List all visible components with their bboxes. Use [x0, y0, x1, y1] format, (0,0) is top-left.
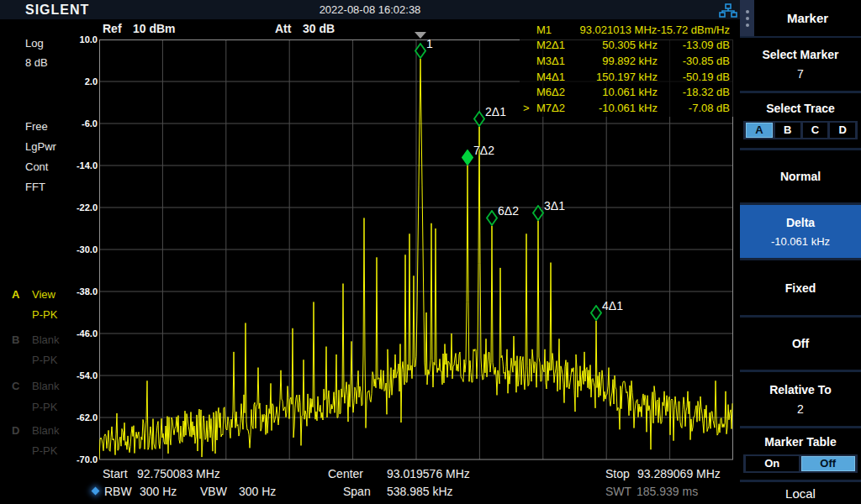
trace-c-state: Blank — [32, 380, 60, 392]
active-row-chevron: > — [520, 101, 536, 117]
y-tick: -14.0 — [59, 160, 98, 171]
y-tick: -70.0 — [59, 454, 98, 465]
marker-name: M2Δ1 — [536, 38, 580, 54]
rbw-label: RBW — [104, 485, 132, 498]
start-freq-label: Start — [103, 467, 128, 480]
marker-diamond-2Δ1[interactable] — [473, 111, 485, 130]
ref-label: Ref — [103, 22, 122, 35]
marker-table-toggle: On Off — [743, 454, 858, 473]
trace-a-detector: P-PK — [32, 308, 57, 321]
trace-c-detector: P-PK — [32, 401, 57, 413]
trigger-label: Free — [25, 120, 48, 133]
trace-tab-c[interactable]: C — [803, 123, 828, 138]
marker-name: M6Δ2 — [536, 85, 580, 101]
marker-name: M4Δ1 — [536, 70, 580, 86]
menu-grip-icon[interactable] — [740, 0, 754, 36]
marker-diamond-4Δ1[interactable] — [590, 305, 602, 324]
marker-label-2Δ1: 2Δ1 — [485, 105, 506, 118]
scale-type-label: Log — [25, 37, 44, 50]
swt-label: SWT — [605, 485, 631, 498]
att-value: 30 dB — [303, 22, 335, 35]
trace-d-letter: D — [12, 424, 19, 437]
att-label: Att — [275, 22, 291, 35]
marker-name: M3Δ1 — [536, 54, 580, 70]
y-tick: -22.0 — [59, 202, 98, 213]
y-tick: -54.0 — [59, 370, 98, 381]
scale-div-label: 8 dB — [25, 56, 48, 69]
marker-freq: 93.021013 MHz — [580, 22, 658, 38]
marker-amp: -50.19 dB — [658, 70, 733, 86]
marker-label-3Δ1: 3Δ1 — [544, 199, 565, 213]
marker-amp: -30.85 dB — [658, 54, 733, 70]
trace-b-detector: P-PK — [32, 354, 57, 366]
marker-row: M1 93.021013 MHz -15.72 dBm/Hz — [520, 22, 733, 38]
rbw-value: 300 Hz — [140, 485, 177, 498]
relative-to-button[interactable]: Relative To 2 — [740, 372, 861, 426]
lan-network-icon — [719, 3, 737, 18]
marker-freq: 10.061 kHz — [580, 85, 658, 101]
marker-amp: -13.09 dB — [658, 38, 733, 54]
y-tick: -30.0 — [59, 244, 98, 255]
power-mode-label: LgPwr — [25, 140, 56, 153]
start-freq-value: 92.750083 MHz — [137, 467, 220, 480]
ref-value: 10 dBm — [133, 22, 176, 35]
y-tick: -46.0 — [59, 328, 98, 339]
trace-b-state: Blank — [32, 333, 60, 346]
marker-freq: 50.305 kHz — [580, 38, 658, 54]
sweep-mode-label: Cont — [25, 160, 48, 173]
stop-freq-label: Stop — [605, 467, 630, 480]
select-marker-button[interactable]: Select Marker 7 — [740, 38, 861, 91]
marker-freq: -10.061 kHz — [580, 101, 658, 117]
trace-a-state: View — [32, 288, 55, 301]
marker-name: M7Δ2 — [536, 101, 580, 117]
y-tick: 10.0 — [59, 34, 98, 45]
top-bar: SIGLENT 2022-08-08 16:02:38 — [0, 0, 740, 19]
marker-row-active: > M7Δ2 -10.061 kHz -7.08 dB — [520, 101, 733, 117]
marker-label-1: 1 — [426, 37, 433, 50]
y-tick: 2.0 — [59, 76, 98, 87]
marker-table-button[interactable]: Marker Table On Off — [740, 428, 861, 480]
trace-select-tabs: A B C D — [743, 121, 858, 139]
marker-diamond-7Δ2[interactable] — [462, 150, 473, 169]
marker-amp: -15.72 dBm/Hz — [657, 22, 733, 38]
marker-amp: -18.32 dB — [658, 85, 733, 101]
analyzer-screen: SIGLENT 2022-08-08 16:02:38 Log 8 dB Fre… — [0, 0, 861, 504]
center-freq-value: 93.019576 MHz — [387, 467, 470, 480]
marker-label-6Δ2: 6Δ2 — [498, 204, 519, 218]
menu-title: Marker — [754, 0, 861, 36]
trace-a-letter: A — [12, 288, 19, 301]
fft-label: FFT — [25, 181, 45, 193]
span-label: Span — [343, 485, 371, 498]
marker-diamond-3Δ1[interactable] — [532, 205, 544, 224]
off-button[interactable]: Off — [740, 318, 861, 370]
trace-c-letter: C — [12, 380, 19, 392]
fixed-button[interactable]: Fixed — [740, 260, 861, 315]
trace-tab-b[interactable]: B — [775, 123, 800, 138]
marker-table-off[interactable]: Off — [801, 456, 856, 471]
rbw-coupled-icon — [92, 487, 100, 496]
normal-button[interactable]: Normal — [740, 150, 861, 202]
marker-label-7Δ2: 7Δ2 — [473, 144, 494, 157]
softkey-menu: Marker Select Marker 7 Select Trace A B … — [740, 0, 861, 504]
trace-b-letter: B — [12, 333, 19, 346]
peak-indicator-triangle — [415, 32, 426, 39]
trace-tab-d[interactable]: D — [830, 123, 855, 138]
marker-name: M1 — [536, 22, 580, 38]
marker-table-on[interactable]: On — [746, 456, 799, 471]
vbw-label: VBW — [200, 485, 227, 498]
marker-row: M6Δ2 10.061 kHz -18.32 dB — [520, 85, 733, 101]
delta-button[interactable]: Delta -10.061 kHz — [740, 205, 861, 258]
datetime: 2022-08-08 16:02:38 — [0, 3, 740, 16]
marker-row: M4Δ1 150.197 kHz -50.19 dB — [520, 70, 733, 86]
marker-freq: 150.197 kHz — [580, 70, 658, 86]
y-tick: -62.0 — [59, 412, 98, 423]
local-button[interactable]: Local — [740, 482, 861, 504]
y-tick: -38.0 — [59, 286, 98, 297]
marker-row: M2Δ1 50.305 kHz -13.09 dB — [520, 38, 733, 54]
marker-diamond-6Δ2[interactable] — [486, 210, 498, 229]
select-trace-button[interactable]: Select Trace A B C D — [740, 93, 861, 148]
vbw-value: 300 Hz — [239, 485, 276, 498]
marker-amp: -7.08 dB — [658, 101, 733, 117]
marker-diamond-1[interactable] — [415, 43, 426, 62]
trace-tab-a[interactable]: A — [746, 123, 773, 138]
